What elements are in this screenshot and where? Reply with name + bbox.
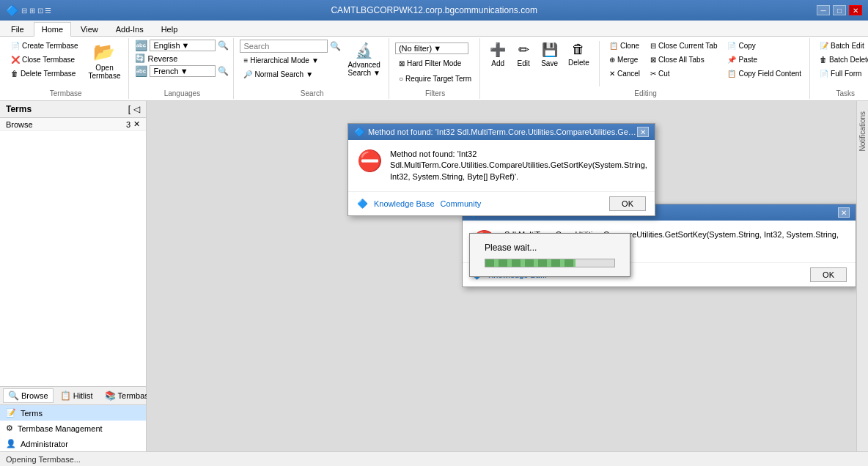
terms-nav-icon: 📝 <box>6 408 16 418</box>
close-termbase-button[interactable]: ❌ Close Termbase <box>7 53 82 66</box>
add-button[interactable]: ➕ Add <box>486 40 510 70</box>
ribbon-group-search: 🔍 ≡ Hierarchical Mode ▼ 🔎 Normal Search … <box>235 38 389 99</box>
error-dialog-1: 🔷 Method not found: 'Int32 Sdl.MultiTerm… <box>347 123 655 216</box>
hierarchical-mode-button[interactable]: ≡ Hierarchical Mode ▼ <box>240 54 341 67</box>
close-all-icon: ⊠ <box>650 56 656 64</box>
full-form-icon: 📄 <box>820 70 828 78</box>
save-button[interactable]: 💾 Save <box>537 40 562 70</box>
status-text: Opening Termbase... <box>6 455 81 464</box>
chevron-down-icon: ▼ <box>182 41 190 50</box>
tab-addins[interactable]: Add-Ins <box>108 22 152 36</box>
progress-bar-container <box>485 259 615 267</box>
collapse-icon[interactable]: ◁ <box>133 104 140 114</box>
create-termbase-button[interactable]: 📄 Create Termbase <box>7 40 82 52</box>
hard-filter-button[interactable]: ⊠ Hard Filter Mode <box>395 57 475 70</box>
delete-termbase-button[interactable]: 🗑 Delete Termbase <box>7 67 82 80</box>
knowledge-base-link-1[interactable]: Knowledge Base <box>374 199 435 208</box>
normal-search-button[interactable]: 🔎 Normal Search ▼ <box>240 68 341 81</box>
close-browse-icon[interactable]: ✕ <box>133 119 140 129</box>
tab-file[interactable]: File <box>3 22 32 36</box>
separator-1 <box>599 41 600 86</box>
chevron-hier: ▼ <box>312 56 319 64</box>
adv-search-icon: 🔬 <box>355 42 373 59</box>
error-dialog-2-ok[interactable]: OK <box>810 267 847 282</box>
paste-button[interactable]: 📌 Paste <box>724 53 805 66</box>
notifications-label: Notifications <box>858 111 867 151</box>
tab-view[interactable]: View <box>73 22 106 36</box>
browse-controls: 3 ✕ <box>126 119 140 129</box>
delete-button[interactable]: 🗑 Delete <box>564 40 593 69</box>
filters-group-label: Filters <box>425 88 445 97</box>
close-button[interactable]: ✕ <box>849 5 862 15</box>
error-dialog-1-ok[interactable]: OK <box>609 196 646 211</box>
status-bar: Opening Termbase... <box>0 451 868 466</box>
dialog-1-title: Method not found: 'Int32 Sdl.MultiTerm.C… <box>368 127 637 136</box>
error-dialog-1-footer: 🔷 Knowledge Base Community OK <box>348 191 655 215</box>
copy-field-button[interactable]: 📋 Copy Field Content <box>724 67 805 80</box>
tab-help[interactable]: Help <box>153 22 186 36</box>
error-dialog-1-body: ⛔ Method not found: 'Int32 Sdl.MultiTerm… <box>348 140 655 191</box>
expand-icon[interactable]: [ <box>128 104 130 114</box>
management-nav-icon: ⚙ <box>6 424 13 433</box>
left-panel: Terms [ ◁ Browse 3 ✕ 🔍 Browse 📋 Hitlist <box>0 101 147 451</box>
languages-group-label: Languages <box>164 88 201 97</box>
terms-list <box>0 131 146 386</box>
please-wait-dialog: Please wait... <box>469 233 630 277</box>
close-current-tab-button[interactable]: ⊟ Close Current Tab <box>647 40 721 52</box>
tab-browse[interactable]: 🔍 Browse <box>3 388 54 403</box>
window-title: CAMTLBGCORPWK12.corp.bgcommunications.co… <box>51 5 817 15</box>
filter-dropdown[interactable]: (No filter) ▼ <box>395 42 468 54</box>
tasks-content: 📝 Batch Edit 🗑 Batch Delete 📄 Full Form <box>816 40 868 88</box>
search-mode-icon: 🔎 <box>243 70 252 78</box>
copy-field-icon: 📋 <box>727 70 736 78</box>
search-go-icon[interactable]: 🔍 <box>330 41 341 51</box>
merge-button[interactable]: ⊕ Merge <box>606 53 644 66</box>
clone-button[interactable]: 📋 Clone <box>606 40 644 52</box>
close-all-tabs-button[interactable]: ⊠ Close All Tabs <box>647 53 721 66</box>
error-dialog-1-titlebar: 🔷 Method not found: 'Int32 Sdl.MultiTerm… <box>348 124 655 140</box>
progress-bar <box>485 259 575 267</box>
open-termbase-button[interactable]: 📂 OpenTermbase <box>85 40 125 82</box>
nav-administrator[interactable]: 👤 Administrator <box>0 436 146 451</box>
tab-hitlist[interactable]: 📋 Hitlist <box>55 388 98 403</box>
search-row: 🔍 <box>240 40 341 53</box>
cancel-button[interactable]: ✕ Cancel <box>606 67 644 80</box>
minimize-button[interactable]: ─ <box>817 5 830 15</box>
error-dialog-2-close[interactable]: ✕ <box>838 207 850 218</box>
batch-delete-button[interactable]: 🗑 Batch Delete <box>816 53 868 66</box>
close-term-icon: ❌ <box>11 56 20 64</box>
lang-icon-2: 🔤 <box>135 65 147 77</box>
edit-button[interactable]: ✏ Edit <box>512 40 534 70</box>
lang-icon-1: 🔤 <box>135 40 147 51</box>
main-content: 🔷 Method not found: 'Int32 Sdl.MultiTerm… <box>147 101 856 451</box>
title-bar: 🔷 ⊟ ⊞ ⊡ ☰ CAMTLBGCORPWK12.corp.bgcommuni… <box>0 0 868 21</box>
full-form-button[interactable]: 📄 Full Form <box>816 67 868 80</box>
advanced-search-button[interactable]: 🔬 AdvancedSearch ▼ <box>344 40 383 79</box>
language1-dropdown[interactable]: English ▼ <box>150 40 216 51</box>
copy-button[interactable]: 📄 Copy <box>724 40 805 52</box>
chevron-search: ▼ <box>306 70 313 78</box>
terms-header: Terms [ ◁ <box>0 101 146 118</box>
req-icon: ○ <box>399 75 403 83</box>
window-controls[interactable]: ─ □ ✕ <box>817 5 862 15</box>
add-icon: ➕ <box>490 42 506 58</box>
nav-terms[interactable]: 📝 Terms <box>0 405 146 421</box>
nav-termbase-management[interactable]: ⚙ Termbase Management <box>0 421 146 436</box>
close-tab-icon: ⊟ <box>650 42 656 50</box>
tab-home[interactable]: Home <box>34 22 71 37</box>
language2-dropdown[interactable]: French ▼ <box>150 65 216 77</box>
editing-content: ➕ Add ✏ Edit 💾 Save 🗑 Delete <box>486 40 805 88</box>
maximize-button[interactable]: □ <box>833 5 846 15</box>
cancel-icon: ✕ <box>609 70 615 78</box>
cut-icon: ✂ <box>650 70 656 78</box>
require-target-button[interactable]: ○ Require Target Term <box>395 73 475 85</box>
cut-button[interactable]: ✂ Cut <box>647 67 721 80</box>
notifications-panel: Notifications <box>856 101 868 451</box>
filter-icon: ⊠ <box>399 59 405 67</box>
batch-edit-button[interactable]: 📝 Batch Edit <box>816 40 868 52</box>
community-link-1[interactable]: Community <box>441 199 482 208</box>
reverse-label[interactable]: Reverse <box>147 54 177 63</box>
error-dialog-1-close[interactable]: ✕ <box>637 127 649 137</box>
terms-title: Terms <box>6 104 32 114</box>
search-input[interactable] <box>240 40 328 53</box>
